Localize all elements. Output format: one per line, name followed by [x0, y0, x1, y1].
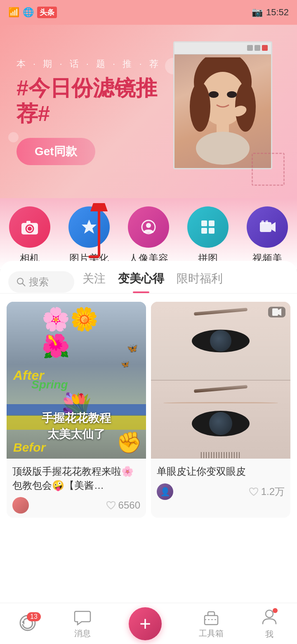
- status-bar: 📶 🌐 头条 📷 15:52: [0, 0, 297, 25]
- card-2-caption: 单眼皮让你变双眼皮 👤 1.2万: [151, 459, 290, 504]
- icon-portrait[interactable]: 人像美容: [122, 206, 175, 265]
- butterfly-1: 🦋: [127, 343, 138, 354]
- win-btn-close: [262, 45, 268, 51]
- status-left: 📶 🌐 头条: [8, 7, 57, 18]
- wifi-icon: 🌐: [23, 7, 34, 18]
- card-1-title: 顶级版手握花花教程来啦🌸包教包会🤪【美酱…: [12, 464, 140, 492]
- svg-point-7: [196, 132, 250, 165]
- nav-item-toolbox[interactable]: 工具箱: [199, 608, 224, 639]
- card-2[interactable]: |||||||||||||||| 单眼皮让你变双眼皮: [151, 302, 290, 518]
- eye-bottom-half: ||||||||||||||||: [151, 381, 290, 459]
- card-1-bg: 🌸🌼🌺 🦋 🦋 After Spring 💐: [7, 302, 146, 459]
- svg-rect-21: [260, 222, 271, 232]
- svg-line-29: [22, 283, 25, 286]
- content-area: 搜索 关注 变美心得 限时福利: [0, 261, 297, 632]
- svg-marker-33: [22, 620, 24, 625]
- time-display: 15:52: [266, 7, 289, 18]
- card-1-overlay: 手握花花教程太美太仙了: [7, 410, 146, 442]
- hero-subtitle: 本 · 期 · 话 · 题 · 推 · 荐: [16, 58, 173, 70]
- hero-text-area: 本 · 期 · 话 · 题 · 推 · 荐 #今日份滤镜推荐# Get同款: [16, 58, 173, 166]
- svg-rect-20: [209, 228, 214, 234]
- video-badge: [268, 307, 285, 317]
- hero-get-button[interactable]: Get同款: [16, 138, 95, 165]
- win-btn-min: [247, 45, 253, 51]
- svg-point-5: [227, 91, 237, 98]
- camera-icon: [21, 219, 39, 235]
- card-1-likes: 6560: [106, 500, 140, 511]
- nav-item-profile[interactable]: 我: [260, 607, 278, 640]
- add-icon: +: [139, 614, 151, 634]
- search-placeholder: 搜索: [29, 275, 49, 289]
- portrait-circle: [128, 206, 169, 248]
- camera-circle: [9, 206, 50, 248]
- arrow-svg: [85, 203, 113, 261]
- svg-point-4: [209, 91, 219, 98]
- nav-item-add[interactable]: +: [129, 607, 162, 640]
- icons-row: 相机 图片美化 人像美容 拼图: [0, 198, 297, 269]
- svg-point-2: [190, 82, 210, 132]
- svg-rect-19: [201, 228, 207, 234]
- iris-2: [209, 412, 232, 435]
- arrow-annotation: [85, 203, 113, 263]
- tab-bar: 搜索 关注 变美心得 限时福利: [0, 261, 297, 294]
- content-grid: 🌸🌼🌺 🦋 🦋 After Spring 💐: [0, 294, 297, 526]
- card-2-likes: 1.2万: [249, 485, 285, 498]
- collage-circle: [187, 206, 229, 248]
- card-2-footer: 👤 1.2万: [157, 483, 285, 500]
- message-icon: [73, 608, 92, 626]
- iris-1: [210, 330, 231, 352]
- svg-point-11: [28, 227, 32, 231]
- tabs-container: 关注 变美心得 限时福利: [82, 271, 289, 293]
- status-right: 📷 15:52: [252, 7, 289, 18]
- dotted-border-decoration: [252, 153, 285, 186]
- collage-icon: [199, 218, 217, 236]
- before-label: Befor: [13, 440, 45, 455]
- icon-camera[interactable]: 相机: [3, 206, 57, 265]
- eye-composite: ||||||||||||||||: [151, 302, 290, 459]
- svg-point-36: [266, 610, 273, 618]
- tab-limited[interactable]: 限时福利: [177, 271, 223, 293]
- search-icon: [16, 277, 26, 286]
- svg-marker-31: [278, 308, 281, 316]
- hero-banner: 本 · 期 · 话 · 题 · 推 · 荐 #今日份滤镜推荐# Get同款: [0, 25, 297, 198]
- svg-rect-18: [209, 220, 214, 226]
- tab-beauty-tips[interactable]: 变美心得: [118, 271, 164, 293]
- nav-item-message[interactable]: 消息: [73, 608, 92, 639]
- card-2-avatar: 👤: [157, 483, 173, 500]
- app-logo: 头条: [37, 7, 57, 18]
- card-1-image: 🌸🌼🌺 🦋 🦋 After Spring 💐: [7, 302, 146, 459]
- person-svg: [182, 57, 264, 165]
- spring-text: Spring: [31, 378, 68, 391]
- content-wrapper: 搜索 关注 变美心得 限时福利: [0, 261, 297, 571]
- nav-item-refresh[interactable]: 13: [19, 614, 37, 634]
- double-lid: [163, 402, 278, 404]
- card-1[interactable]: 🌸🌼🌺 🦋 🦋 After Spring 💐: [7, 302, 146, 518]
- search-box[interactable]: 搜索: [8, 271, 74, 293]
- card-2-image: ||||||||||||||||: [151, 302, 290, 459]
- tab-follow[interactable]: 关注: [82, 271, 106, 293]
- hero-title: #今日份滤镜推荐#: [16, 75, 173, 127]
- video-badge-icon: [272, 308, 281, 316]
- heart-icon-1: [106, 501, 116, 510]
- window-buttons: [247, 45, 268, 51]
- heart-icon-2: [249, 487, 259, 496]
- svg-marker-22: [271, 222, 276, 232]
- card-1-avatar: [12, 497, 29, 514]
- svg-rect-30: [272, 308, 278, 316]
- portrait-icon: [139, 218, 158, 236]
- butterfly-2: 🦋: [120, 360, 130, 369]
- svg-point-16: [146, 223, 151, 228]
- nav-badge: 13: [27, 612, 41, 621]
- nav-toolbox-label: 工具箱: [199, 628, 224, 639]
- card-2-title: 单眼皮让你变双眼皮: [157, 464, 285, 478]
- icon-video[interactable]: 视频美: [240, 206, 294, 265]
- nav-message-label: 消息: [74, 628, 91, 639]
- bottom-nav: 13 消息 + 工具箱 我: [0, 603, 297, 644]
- svg-point-28: [17, 278, 23, 284]
- card-1-footer: 6560: [12, 497, 140, 514]
- svg-point-13: [34, 224, 36, 227]
- battery-icon: 📷: [252, 7, 263, 18]
- card-1-caption: 顶级版手握花花教程来啦🌸包教包会🤪【美酱… 6560: [7, 459, 146, 518]
- win-btn-max: [255, 45, 260, 51]
- icon-collage[interactable]: 拼图: [181, 206, 235, 265]
